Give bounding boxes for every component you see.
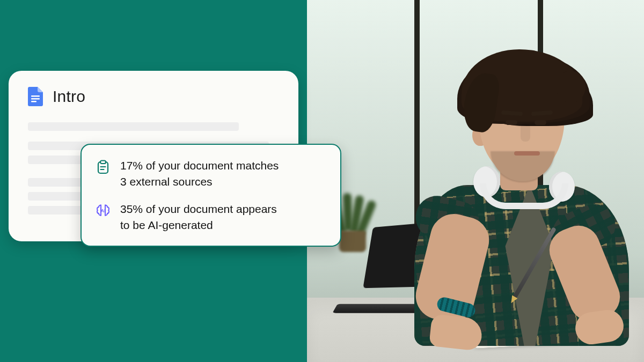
plagiarism-line1: 17% of your document matches [120,158,279,174]
plagiarism-result-text: 17% of your document matches 3 external … [120,158,279,190]
promo-stage: Intro 17% of your document matches 3 ext… [0,0,644,362]
hero-photo [307,0,644,362]
ai-line1: 35% of your document appears [120,201,277,217]
ai-result-text: 35% of your document appears to be AI-ge… [120,201,277,234]
svg-rect-4 [100,161,106,164]
ai-result-row: AI 35% of your document appears to be AI… [96,201,326,234]
analysis-result-card: 17% of your document matches 3 external … [80,144,341,247]
text-placeholder [28,156,88,164]
plagiarism-result-row: 17% of your document matches 3 external … [96,158,326,190]
svg-text:AI: AI [101,208,106,213]
text-placeholder [28,122,239,131]
document-header: Intro [28,87,279,106]
ai-line2: to be AI-generated [120,217,277,233]
google-doc-icon [28,87,43,106]
clipboard-icon [96,160,111,175]
document-title: Intro [53,87,85,106]
svg-rect-0 [31,95,40,97]
svg-rect-2 [31,101,36,102]
svg-rect-1 [31,98,40,99]
plagiarism-line2: 3 external sources [120,174,279,190]
ai-brain-icon: AI [96,203,111,218]
